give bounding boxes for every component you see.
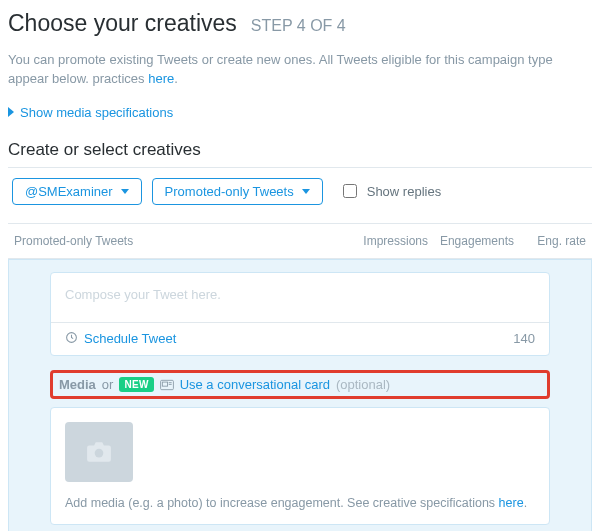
conversational-card-link[interactable]: Use a conversational card bbox=[180, 377, 330, 392]
account-selector[interactable]: @SMExaminer bbox=[12, 178, 142, 205]
media-upload-box: Add media (e.g. a photo) to increase eng… bbox=[50, 407, 550, 525]
step-indicator: STEP 4 OF 4 bbox=[251, 17, 346, 35]
schedule-label: Schedule Tweet bbox=[84, 331, 176, 346]
table-header: Promoted-only Tweets Impressions Engagem… bbox=[8, 223, 592, 259]
page-title: Choose your creatives bbox=[8, 10, 237, 37]
svg-point-5 bbox=[95, 448, 104, 457]
media-hint: Add media (e.g. a photo) to increase eng… bbox=[65, 496, 535, 510]
media-label: Media bbox=[59, 377, 96, 392]
add-media-button[interactable] bbox=[65, 422, 133, 482]
intro-prefix: You can promote existing Tweets or creat… bbox=[8, 52, 553, 86]
tweet-type-label: Promoted-only Tweets bbox=[165, 184, 294, 199]
new-badge: NEW bbox=[119, 377, 153, 392]
col-header-main: Promoted-only Tweets bbox=[14, 234, 342, 248]
svg-rect-2 bbox=[162, 382, 167, 386]
media-spec-label: Show media specifications bbox=[20, 105, 173, 120]
compose-input[interactable]: Compose your Tweet here. bbox=[51, 273, 549, 322]
media-hint-prefix: Add media (e.g. a photo) to increase eng… bbox=[65, 496, 499, 510]
compose-box: Compose your Tweet here. Schedule Tweet … bbox=[50, 272, 550, 356]
col-header-eng-rate: Eng. rate bbox=[514, 234, 586, 248]
or-text: or bbox=[102, 377, 114, 392]
clock-icon bbox=[65, 331, 78, 347]
schedule-tweet-button[interactable]: Schedule Tweet bbox=[65, 331, 176, 347]
col-header-impressions: Impressions bbox=[342, 234, 428, 248]
col-header-engagements: Engagements bbox=[428, 234, 514, 248]
chevron-right-icon bbox=[8, 107, 14, 117]
show-replies-checkbox[interactable] bbox=[343, 184, 357, 198]
show-replies-label: Show replies bbox=[367, 184, 441, 199]
media-specifications-toggle[interactable]: Show media specifications bbox=[8, 105, 592, 120]
best-practices-link[interactable]: here bbox=[148, 71, 174, 86]
media-options-row: Media or NEW Use a conversational card (… bbox=[50, 370, 550, 399]
intro-text: You can promote existing Tweets or creat… bbox=[8, 51, 592, 89]
creative-specifications-link[interactable]: here bbox=[499, 496, 524, 510]
caret-down-icon bbox=[121, 189, 129, 194]
camera-icon bbox=[86, 441, 112, 463]
section-title: Create or select creatives bbox=[8, 140, 592, 168]
card-icon bbox=[160, 377, 174, 392]
account-handle-label: @SMExaminer bbox=[25, 184, 113, 199]
tweet-type-selector[interactable]: Promoted-only Tweets bbox=[152, 178, 323, 205]
compose-area: Compose your Tweet here. Schedule Tweet … bbox=[8, 259, 592, 531]
caret-down-icon bbox=[302, 189, 310, 194]
character-count: 140 bbox=[513, 331, 535, 346]
optional-label: (optional) bbox=[336, 377, 390, 392]
show-replies-toggle[interactable]: Show replies bbox=[343, 184, 441, 199]
intro-suffix: . bbox=[174, 71, 178, 86]
media-hint-suffix: . bbox=[524, 496, 527, 510]
